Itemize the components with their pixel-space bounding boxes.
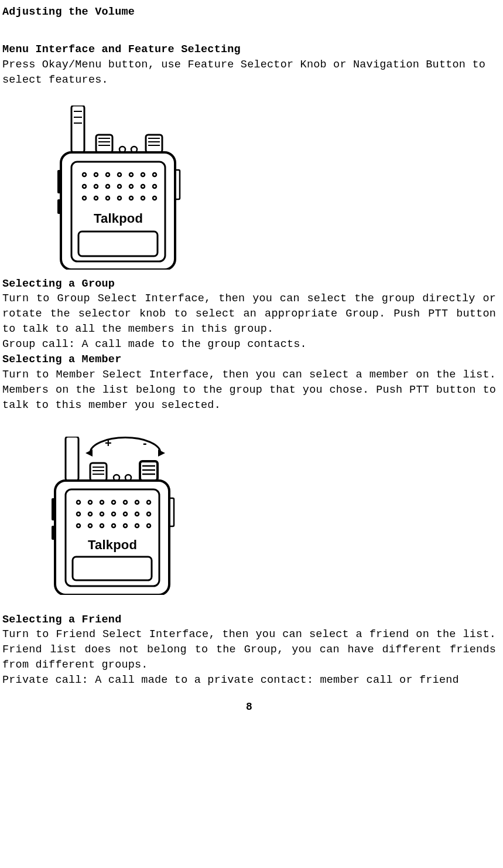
svg-point-34 [94,196,98,200]
svg-rect-57 [52,526,55,540]
svg-point-25 [153,173,156,176]
svg-point-62 [112,501,115,504]
svg-rect-8 [146,135,162,152]
svg-point-75 [100,524,104,527]
paragraph-selecting-member: Turn to Member Select Interface, then yo… [2,367,496,413]
svg-point-32 [153,185,156,188]
paragraph-menu-interface: Press Okay/Menu button, use Feature Sele… [2,57,496,88]
svg-point-30 [129,185,133,188]
svg-point-23 [129,173,133,176]
plus-label: + [105,437,112,450]
svg-point-22 [118,173,121,176]
svg-point-24 [141,173,145,176]
svg-point-39 [153,196,156,200]
svg-point-77 [124,524,127,527]
svg-point-29 [118,185,121,188]
svg-point-74 [88,524,92,527]
heading-selecting-friend: Selecting a Friend [2,612,496,628]
svg-point-69 [112,512,115,516]
radio-illustration-1: Talkpod [55,105,496,270]
svg-rect-16 [57,170,61,193]
svg-point-78 [135,524,139,527]
svg-point-36 [118,196,121,200]
svg-point-21 [106,173,110,176]
svg-point-19 [83,173,86,176]
talkpod-radio-volume-icon: + - Talkpod [49,437,184,595]
svg-point-73 [77,524,80,527]
svg-rect-0 [71,105,84,152]
page-number: 8 [2,700,496,714]
svg-point-35 [106,196,110,200]
svg-point-76 [112,524,115,527]
svg-point-20 [94,173,98,176]
minus-label: - [143,437,147,450]
svg-marker-41 [158,450,165,457]
svg-rect-56 [52,498,55,520]
heading-menu-interface: Menu Interface and Feature Selecting [2,42,496,57]
svg-rect-43 [66,437,78,481]
svg-point-26 [83,185,86,188]
heading-selecting-member: Selecting a Member [2,352,496,367]
svg-rect-40 [78,232,158,256]
svg-rect-58 [169,498,174,526]
svg-point-65 [147,501,150,504]
svg-point-71 [135,512,139,516]
svg-point-37 [129,196,133,200]
paragraph-selecting-friend-1: Turn to Friend Select Interface, then yo… [2,627,496,673]
svg-rect-80 [73,557,152,580]
paragraph-selecting-group-1: Turn to Group Select Interface, then you… [2,291,496,337]
svg-point-63 [124,501,127,504]
svg-rect-44 [90,463,107,481]
svg-point-79 [147,524,150,527]
svg-point-59 [77,501,80,504]
heading-selecting-group: Selecting a Group [2,277,496,292]
svg-point-67 [88,512,92,516]
talkpod-radio-icon: Talkpod [55,105,184,270]
svg-point-60 [88,501,92,504]
svg-marker-42 [85,450,93,457]
svg-point-27 [94,185,98,188]
brand-label-2: Talkpod [88,537,137,552]
brand-label: Talkpod [94,211,143,226]
svg-point-66 [77,512,80,516]
svg-rect-48 [140,461,158,481]
svg-point-33 [83,196,86,200]
svg-rect-17 [57,199,61,214]
heading-adjusting-volume: Adjusting the Volume [2,5,496,20]
svg-point-64 [135,501,139,504]
svg-rect-18 [175,170,180,199]
svg-point-38 [141,196,145,200]
svg-point-68 [100,512,104,516]
svg-point-61 [100,501,104,504]
paragraph-selecting-group-2: Group call: A call made to the group con… [2,337,496,352]
svg-point-70 [124,512,127,516]
svg-point-31 [141,185,145,188]
svg-rect-4 [96,135,112,152]
svg-point-28 [106,185,110,188]
radio-illustration-2: + - Talkpod [49,437,496,595]
paragraph-selecting-friend-2: Private call: A call made to a private c… [2,673,496,688]
svg-point-72 [147,512,150,516]
